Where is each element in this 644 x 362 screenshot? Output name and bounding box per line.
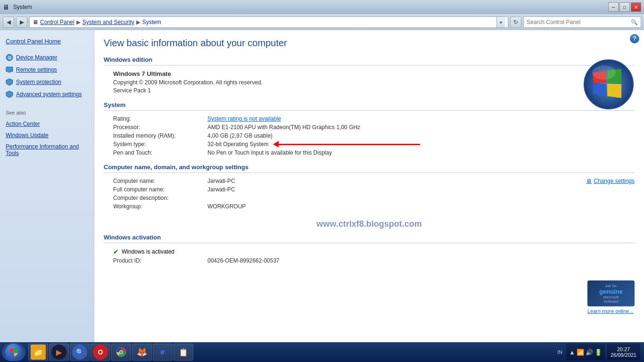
rating-value[interactable]: System rating is not available bbox=[207, 115, 281, 122]
workgroup-value: WORKGROUP bbox=[207, 203, 246, 210]
svg-point-9 bbox=[120, 351, 123, 354]
ram-value: 4,00 GB (2,97 GB usable) bbox=[207, 132, 272, 139]
search-input[interactable] bbox=[527, 19, 631, 25]
product-id-label: Product ID: bbox=[113, 257, 207, 264]
watermark-text: www.ctrlxf8.blogspot.com bbox=[104, 219, 635, 229]
processor-label: Processor: bbox=[113, 124, 207, 131]
svg-point-5 bbox=[592, 66, 616, 80]
sidebar-item-system-protection[interactable]: System protection bbox=[0, 76, 94, 88]
sidebar-item-remote-settings[interactable]: Remote settings bbox=[0, 64, 94, 76]
advanced-settings-label: Advanced system settings bbox=[16, 91, 82, 98]
title-bar: 🖥 System ─ □ ✕ bbox=[0, 0, 644, 14]
windows-logo bbox=[583, 58, 635, 112]
help-button[interactable]: ? bbox=[630, 34, 639, 43]
restore-button[interactable]: □ bbox=[619, 2, 630, 12]
start-orb bbox=[5, 344, 22, 361]
close-button[interactable]: ✕ bbox=[631, 2, 641, 12]
clock[interactable]: 20:27 26/09/2021 bbox=[607, 344, 640, 361]
tray-arrow-icon[interactable]: ▲ bbox=[569, 349, 575, 356]
full-computer-name-row: Full computer name: Jarwati-PC bbox=[113, 186, 246, 193]
system-type-value: 32-bit Operating System bbox=[207, 141, 268, 148]
title-text: System bbox=[13, 4, 32, 10]
action-center-label: Action Center bbox=[6, 121, 40, 127]
refresh-button[interactable]: ↻ bbox=[510, 16, 521, 28]
sidebar-item-performance-tools[interactable]: Performance Information and Tools bbox=[6, 141, 88, 159]
activation-section-title: Windows activation bbox=[104, 234, 635, 243]
learn-more-link[interactable]: Learn more online... bbox=[587, 308, 635, 314]
chrome-icon bbox=[114, 345, 129, 360]
genuine-badge: ask for genuine Microsoft Software bbox=[587, 280, 635, 306]
taskbar-app-wmp[interactable]: ▶ bbox=[49, 344, 69, 361]
system-tray: ▲ 📶 🔊 🔋 bbox=[566, 344, 605, 361]
genuine-label-text: genuine bbox=[599, 288, 623, 295]
workgroup-row: Workgroup: WORKGROUP bbox=[113, 203, 246, 210]
system-section-title: System bbox=[104, 101, 635, 111]
sidebar-item-advanced-settings[interactable]: Advanced system settings bbox=[0, 88, 94, 100]
breadcrumb[interactable]: 🖥 Control Panel ▶ System and Security ▶ … bbox=[29, 16, 508, 28]
breadcrumb-item2[interactable]: System and Security bbox=[83, 19, 134, 25]
wmp-icon: ▶ bbox=[51, 345, 66, 360]
window-icon: 🖥 bbox=[3, 3, 9, 11]
processor-row: Processor: AMD E1-2100 APU with Radeon(T… bbox=[113, 124, 635, 131]
taskbar-app-misc[interactable]: 📋 bbox=[173, 344, 193, 361]
taskbar-app-chrome[interactable] bbox=[111, 344, 131, 361]
genuine-microsoft-text: Microsoft bbox=[603, 295, 619, 299]
full-computer-label: Full computer name: bbox=[113, 186, 207, 193]
breadcrumb-item3[interactable]: System bbox=[142, 19, 161, 25]
ram-row: Installed memory (RAM): 4,00 GB (2,97 GB… bbox=[113, 132, 635, 139]
explorer-icon: 📁 bbox=[31, 345, 46, 360]
language-indicator: IN bbox=[555, 348, 564, 356]
see-also-section: See also Action Center Windows Update Pe… bbox=[0, 110, 94, 159]
computer-name-value: Jarwati-PC bbox=[207, 178, 235, 184]
breadcrumb-sep1: ▶ bbox=[76, 19, 81, 25]
start-button[interactable] bbox=[2, 343, 25, 361]
device-manager-label: Device Manager bbox=[16, 54, 57, 61]
network-icon[interactable]: 📶 bbox=[577, 349, 584, 356]
sidebar-item-action-center[interactable]: Action Center bbox=[6, 118, 88, 130]
device-manager-icon: ⚙ bbox=[6, 54, 13, 61]
clock-time: 20:27 bbox=[617, 346, 630, 352]
workgroup-label: Workgroup: bbox=[113, 203, 207, 210]
windows-update-label: Windows Update bbox=[6, 132, 49, 139]
processor-value: AMD E1-2100 APU with Radeon(TM) HD Graph… bbox=[207, 124, 360, 131]
change-settings-button[interactable]: 🖥 Change settings bbox=[586, 178, 635, 184]
genuine-ask-text: ask for bbox=[605, 284, 617, 288]
minimize-button[interactable]: ─ bbox=[608, 2, 619, 12]
product-id-row: Product ID: 00426-OEM-8992662-00537 bbox=[113, 257, 635, 264]
sidebar-home[interactable]: Control Panel Home bbox=[0, 35, 94, 48]
pen-touch-value: No Pen or Touch Input is available for t… bbox=[207, 149, 332, 156]
clock-date: 26/09/2021 bbox=[611, 352, 636, 358]
volume-icon[interactable]: 🔊 bbox=[586, 349, 593, 356]
ram-label: Installed memory (RAM): bbox=[113, 132, 207, 139]
computer-section-title: Computer name, domain, and workgroup set… bbox=[104, 164, 635, 173]
copyright-value: Copyright © 2009 Microsoft Corporation. … bbox=[113, 79, 635, 86]
taskbar-app-opera[interactable]: O bbox=[91, 344, 110, 361]
taskbar-app-firefox[interactable]: 🦊 bbox=[132, 344, 152, 361]
back-button[interactable]: ◀ bbox=[3, 16, 14, 28]
sidebar-item-windows-update[interactable]: Windows Update bbox=[6, 130, 88, 141]
service-pack-value: Service Pack 1 bbox=[113, 87, 635, 94]
taskbar-app-explorer[interactable]: 📁 bbox=[28, 344, 48, 361]
taskbar-app-search[interactable]: 🔍 bbox=[70, 344, 90, 361]
battery-icon[interactable]: 🔋 bbox=[594, 349, 602, 356]
activation-status-row: ✔ Windows is activated bbox=[113, 248, 635, 255]
forward-button[interactable]: ▶ bbox=[16, 16, 27, 28]
change-settings-icon: 🖥 bbox=[586, 178, 592, 184]
breadcrumb-sep2: ▶ bbox=[136, 19, 140, 25]
see-also-title: See also bbox=[6, 110, 88, 115]
breadcrumb-item1[interactable]: Control Panel bbox=[40, 19, 74, 25]
svg-rect-2 bbox=[6, 67, 13, 72]
taskbar: 📁 ▶ 🔍 O 🦊 e 📋 IN ▲ 📶 bbox=[0, 342, 644, 362]
search-app-icon: 🔍 bbox=[72, 345, 87, 360]
breadcrumb-dropdown-button[interactable]: ▾ bbox=[496, 17, 505, 27]
windows-edition-value: Windows 7 Ultimate bbox=[113, 70, 635, 77]
remote-settings-icon bbox=[6, 66, 13, 74]
computer-name-row: Computer name: Jarwati-PC bbox=[113, 178, 246, 184]
performance-tools-label: Performance Information and Tools bbox=[6, 143, 83, 156]
sidebar-item-device-manager[interactable]: ⚙ Device Manager bbox=[0, 51, 94, 64]
taskbar-right: IN ▲ 📶 🔊 🔋 20:27 26/09/2021 bbox=[555, 344, 642, 361]
search-icon[interactable]: 🔍 bbox=[631, 19, 638, 25]
system-protection-icon bbox=[6, 78, 13, 86]
taskbar-app-ie[interactable]: e bbox=[153, 344, 173, 361]
content-area: ? bbox=[94, 30, 644, 342]
